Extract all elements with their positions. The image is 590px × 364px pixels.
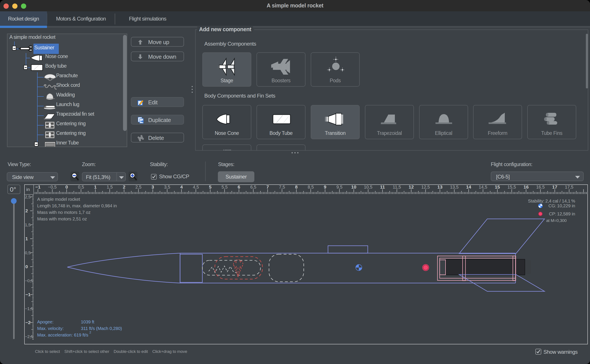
svg-text:A simple model rocket: A simple model rocket	[37, 197, 80, 202]
svg-text:2: 2	[89, 330, 91, 334]
svg-text:0: 0	[25, 264, 28, 269]
svg-text:1: 1	[25, 236, 28, 241]
svg-text:6: 6	[238, 185, 240, 189]
svg-text:−0,5: −0,5	[48, 185, 57, 189]
svg-text:16: 16	[523, 185, 529, 189]
svg-text:16,5: 16,5	[536, 185, 545, 189]
svg-text:−0,5: −0,5	[25, 279, 33, 283]
svg-text:−1: −1	[35, 185, 41, 189]
svg-text:0: 0	[65, 185, 68, 189]
svg-text:3: 3	[151, 185, 154, 189]
svg-text:CP: 12,589 in: CP: 12,589 in	[549, 211, 575, 216]
svg-text:in: in	[26, 187, 30, 192]
svg-text:9,5: 9,5	[336, 185, 342, 189]
svg-text:10: 10	[351, 185, 356, 189]
svg-text:3,5: 3,5	[164, 185, 170, 189]
svg-text:14,5: 14,5	[479, 185, 487, 189]
svg-text:311 ft/s (Mach 0,280): 311 ft/s (Mach 0,280)	[81, 326, 122, 331]
svg-text:8: 8	[295, 185, 298, 189]
svg-text:−1: −1	[25, 292, 31, 297]
svg-text:12: 12	[409, 185, 414, 189]
svg-text:13: 13	[437, 185, 442, 189]
svg-text:9: 9	[324, 185, 327, 189]
svg-text:7,5: 7,5	[279, 185, 285, 189]
svg-text:6,5: 6,5	[250, 185, 256, 189]
svg-text:2: 2	[123, 185, 125, 189]
svg-text:Max. acceleration: 619 ft/s: Max. acceleration: 619 ft/s	[37, 332, 88, 337]
svg-text:11,5: 11,5	[393, 185, 401, 189]
svg-text:Mass with no motors 1,7 oz: Mass with no motors 1,7 oz	[37, 210, 90, 215]
svg-text:0,5: 0,5	[25, 251, 31, 255]
svg-text:15,5: 15,5	[507, 185, 516, 189]
svg-text:2,5: 2,5	[25, 195, 31, 199]
svg-text:10,5: 10,5	[364, 185, 372, 189]
svg-text:−2,5: −2,5	[25, 334, 33, 339]
svg-text:4: 4	[180, 185, 183, 189]
svg-text:4,5: 4,5	[193, 185, 199, 189]
svg-text:Length 16,748 in, max. diamete: Length 16,748 in, max. diameter 0,984 in	[37, 203, 117, 208]
svg-text:7: 7	[266, 185, 269, 189]
svg-text:1,5: 1,5	[25, 223, 31, 227]
svg-text:Apogee:: Apogee:	[37, 319, 54, 324]
svg-text:13,5: 13,5	[450, 185, 458, 189]
svg-text:Mass with motors 2,51 oz: Mass with motors 2,51 oz	[37, 216, 87, 221]
svg-text:5: 5	[209, 185, 212, 189]
svg-text:2,5: 2,5	[135, 185, 142, 189]
svg-text:−2: −2	[25, 320, 31, 325]
svg-text:Max. velocity:: Max. velocity:	[37, 326, 64, 331]
svg-text:1039 ft: 1039 ft	[81, 319, 94, 324]
svg-text:2: 2	[25, 208, 28, 213]
svg-text:CG: 10,229 in: CG: 10,229 in	[549, 203, 575, 208]
svg-text:15: 15	[495, 185, 500, 189]
svg-text:8,5: 8,5	[308, 185, 314, 189]
svg-text:12,5: 12,5	[421, 185, 430, 189]
svg-text:14: 14	[466, 185, 471, 189]
svg-text:1: 1	[94, 185, 97, 189]
svg-text:11: 11	[380, 185, 385, 189]
svg-text:1,5: 1,5	[107, 185, 113, 189]
svg-text:0,5: 0,5	[78, 185, 84, 189]
svg-text:−1,5: −1,5	[25, 306, 33, 311]
svg-text:5,5: 5,5	[221, 185, 228, 189]
svg-text:at M=0,300: at M=0,300	[546, 218, 567, 223]
svg-text:Stability: 2,4 cal / 14,1 %: Stability: 2,4 cal / 14,1 %	[528, 198, 575, 203]
svg-text:17: 17	[552, 185, 557, 189]
svg-text:17,5: 17,5	[565, 185, 573, 189]
